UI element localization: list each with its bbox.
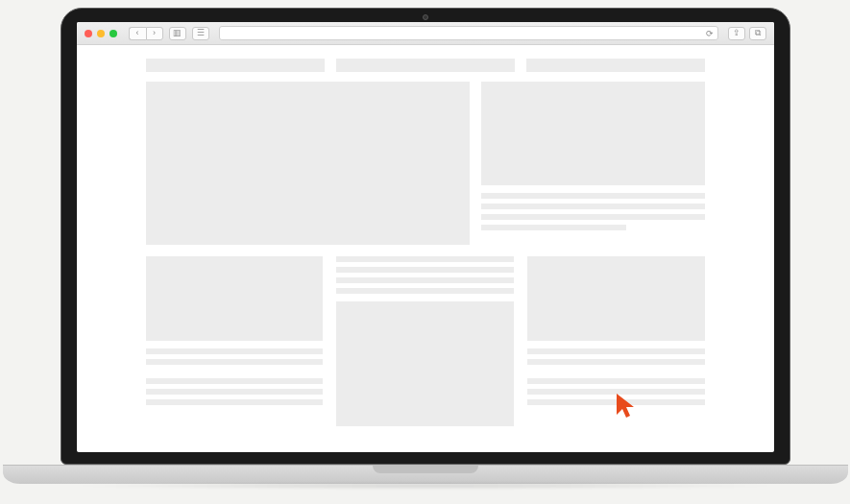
card-image-placeholder: [527, 256, 705, 341]
text-lines-placeholder: [336, 256, 514, 294]
laptop-hinge-notch: [373, 466, 478, 473]
header-placeholder: [336, 59, 515, 72]
text-line-placeholder: [336, 256, 514, 262]
text-line-placeholder: [146, 359, 324, 365]
toolbar-right-group: ⇪ ⧉: [728, 27, 766, 40]
camera-dot: [423, 14, 428, 20]
column-middle: [336, 256, 514, 426]
sidebar-toggle-button[interactable]: ▥: [169, 27, 186, 40]
laptop-screen: ‹ › ▥ ☰ ⟳ ⇪ ⧉: [77, 22, 774, 452]
window-controls: [85, 30, 117, 37]
laptop-base: [3, 465, 848, 484]
hero-right-column: [481, 82, 704, 245]
three-column-row: [146, 256, 705, 426]
secondary-image-placeholder: [481, 82, 704, 185]
address-bar[interactable]: ⟳: [219, 26, 718, 40]
text-line-placeholder: [527, 389, 705, 395]
card-image-placeholder: [146, 256, 324, 341]
text-line-placeholder: [336, 277, 514, 283]
hero-row: [146, 82, 705, 245]
text-lines-placeholder: [146, 348, 324, 365]
text-line-placeholder: [336, 267, 514, 273]
tabs-icon: ⧉: [755, 29, 761, 37]
maximize-window-icon[interactable]: [109, 30, 117, 37]
bookmarks-button[interactable]: ☰: [192, 27, 209, 40]
header-placeholder: [146, 59, 325, 72]
text-line-placeholder: [146, 378, 324, 384]
text-line-placeholder: [527, 359, 705, 365]
text-line-placeholder: [146, 389, 324, 395]
text-lines-placeholder: [146, 378, 324, 405]
sidebar-icon: ▥: [173, 29, 182, 37]
text-line-placeholder: [481, 193, 704, 199]
text-line-placeholder: [146, 399, 324, 405]
bookmarks-icon: ☰: [197, 29, 205, 37]
text-line-placeholder: [527, 348, 705, 354]
chevron-left-icon: ‹: [136, 29, 139, 37]
refresh-icon[interactable]: ⟳: [706, 29, 714, 38]
text-line-placeholder: [481, 214, 704, 220]
column-right: [527, 256, 705, 426]
column-left: [146, 256, 324, 426]
share-button[interactable]: ⇪: [728, 27, 745, 40]
laptop-frame: ‹ › ▥ ☰ ⟳ ⇪ ⧉: [61, 8, 790, 484]
forward-button[interactable]: ›: [146, 27, 163, 40]
text-line-placeholder: [527, 378, 705, 384]
chevron-right-icon: ›: [153, 29, 156, 37]
text-line-placeholder: [336, 288, 514, 294]
text-line-placeholder: [481, 204, 704, 209]
back-button[interactable]: ‹: [129, 27, 146, 40]
header-placeholder-row: [146, 59, 705, 72]
nav-back-forward-group: ‹ ›: [129, 27, 163, 40]
text-lines-placeholder: [527, 378, 705, 405]
text-line-placeholder: [146, 348, 324, 354]
header-placeholder: [526, 59, 705, 72]
laptop-shadow: [70, 482, 780, 490]
tabs-button[interactable]: ⧉: [749, 27, 766, 40]
close-window-icon[interactable]: [85, 30, 92, 37]
card-image-placeholder: [336, 301, 514, 426]
page-content-wireframe: [77, 45, 774, 452]
laptop-bezel: ‹ › ▥ ☰ ⟳ ⇪ ⧉: [61, 8, 790, 465]
text-line-placeholder: [481, 225, 626, 230]
minimize-window-icon[interactable]: [97, 30, 105, 37]
share-icon: ⇪: [733, 29, 741, 37]
browser-toolbar: ‹ › ▥ ☰ ⟳ ⇪ ⧉: [77, 22, 774, 45]
text-lines-placeholder: [481, 193, 704, 230]
text-lines-placeholder: [527, 348, 705, 365]
hero-image-placeholder: [146, 82, 471, 245]
text-line-placeholder: [527, 399, 705, 405]
